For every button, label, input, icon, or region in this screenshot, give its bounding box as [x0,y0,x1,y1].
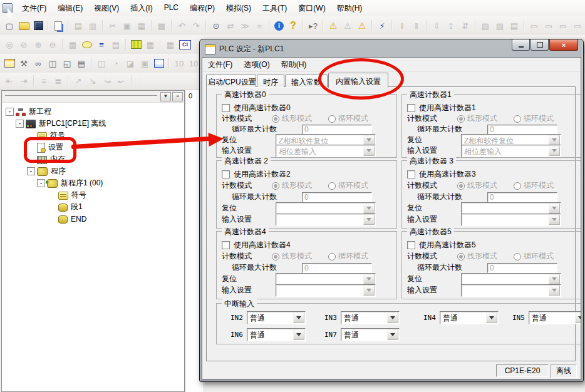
settings-tab[interactable]: 启动/CPU设置 [206,75,256,87]
find-next-icon[interactable]: ≫ [238,19,252,32]
tree-item[interactable]: - 新程序1 (00) [2,177,184,189]
tree-item[interactable]: - 新PLC1[CP1E] 离线 [2,118,184,130]
linear-mode-radio[interactable] [457,182,465,190]
input-setting-select[interactable]: 相位差输入 [461,145,561,157]
settings-tab[interactable]: 输入常数 [285,75,328,87]
max-count-input[interactable]: 0 [302,263,372,273]
memory-view-2-icon[interactable]: ▭ [542,19,556,32]
insert-above-icon[interactable]: ⇤ [3,75,16,87]
binary-view-icon[interactable] [152,57,166,70]
watch-window-icon[interactable]: ∞ [31,57,45,70]
page-check-icon[interactable] [51,19,65,32]
print-icon[interactable]: ▤ [71,19,85,32]
copy-icon[interactable]: ▣ [120,19,134,32]
sma-view-icon[interactable]: ▦ [163,38,177,51]
interrupt-input-select[interactable]: 普通 [247,311,306,324]
paste-rung-icon[interactable]: ▩ [155,19,168,32]
menu-item[interactable]: 视图(V) [88,1,125,16]
dropdown-arrow-icon[interactable] [363,286,375,296]
tree-expander[interactable]: - [27,167,35,175]
use-counter-checkbox[interactable] [222,170,230,178]
open-file-icon[interactable] [17,19,31,32]
dropdown-arrow-icon[interactable] [549,274,560,284]
tree-item[interactable]: 设置 [2,142,184,153]
interrupt-input-select[interactable]: 普通 [247,328,306,341]
insert-below-icon[interactable]: ⇥ [17,75,31,87]
tree-item[interactable]: 段1 [2,201,184,213]
dropdown-arrow-icon[interactable] [293,329,304,340]
menu-item[interactable]: 窗口(W) [292,1,331,16]
circular-mode-radio[interactable] [514,182,521,190]
replace-icon[interactable]: ⇄ [224,19,237,32]
properties-icon[interactable]: ▤ [75,57,88,70]
output-window-icon[interactable]: ◱ [60,57,74,70]
find-icon[interactable]: ⊙ [209,19,223,32]
tile-windows-icon[interactable]: ◫ [46,57,60,70]
use-counter-checkbox[interactable] [407,104,415,112]
input-setting-select[interactable] [276,214,376,226]
interrupt-input-select[interactable]: 普通 [341,311,400,324]
rung-comment-icon[interactable] [80,38,94,51]
paste-icon[interactable]: ▦ [135,19,148,32]
tree-expander[interactable]: - [37,179,45,187]
run-mode-icon[interactable]: ▧ [479,19,492,32]
menu-item[interactable]: 文件(F) [16,1,52,16]
max-count-input[interactable]: 0 [302,192,372,202]
linear-mode-radio[interactable] [457,253,465,260]
context-help-icon[interactable]: ▸? [306,19,320,32]
pause-icon[interactable]: ‖ [395,19,409,32]
program-mode-icon[interactable]: ▤ [507,19,521,32]
dropdown-arrow-icon[interactable] [549,135,560,145]
save-icon[interactable] [31,19,45,32]
help-icon[interactable]: ? [286,19,300,32]
reset-select[interactable] [276,273,376,286]
toolbox-icon[interactable]: ⚒ [17,57,31,70]
redo-icon[interactable]: ↷ [189,19,203,32]
menu-item[interactable]: 插入(I) [125,1,158,16]
settings-tab[interactable]: 内置输入设置 [328,73,388,88]
reverse-contact-icon[interactable]: ↜ [115,75,128,87]
compile-icon[interactable]: ⚠ [326,19,340,32]
circular-mode-radio[interactable] [514,253,521,260]
undo-icon[interactable]: ↶ [175,19,189,32]
use-counter-checkbox[interactable] [222,104,230,112]
tree-item[interactable]: - 新工程 [2,106,184,118]
monitor-grid-icon[interactable] [129,38,143,51]
zoom-out-icon[interactable]: ⊖ [46,38,60,51]
maximize-button[interactable] [531,39,549,51]
rung-wrap-icon[interactable]: ▤ [109,38,123,51]
print-preview-icon[interactable]: ▥ [86,19,100,32]
dialog-menu-item[interactable]: 帮助(H) [276,58,313,72]
info-icon[interactable]: i [274,21,284,31]
hex-view-icon[interactable]: 10 [187,57,200,70]
tree-item[interactable]: 内存 [2,153,184,165]
reset-select[interactable] [276,202,376,215]
circular-mode-radio[interactable] [328,253,336,260]
dialog-menu-item[interactable]: 文件(F) [202,58,238,72]
input-setting-select[interactable]: 相位差输入 [276,145,376,157]
linear-mode-radio[interactable] [457,115,465,123]
menu-item[interactable]: 编程(P) [184,1,220,16]
dropdown-arrow-icon[interactable] [293,312,304,323]
comment-list-icon[interactable]: ≡ [95,38,108,51]
zoom-icon[interactable]: ◎ [3,38,16,51]
tree-item[interactable]: - 程序 [2,165,184,177]
settings-window-icon[interactable]: ▣ [138,57,152,70]
input-setting-select[interactable] [461,214,561,226]
dropdown-arrow-icon[interactable] [549,204,560,214]
menu-item[interactable]: 帮助(H) [331,1,368,16]
program-tab-icon[interactable]: ◪ [123,57,137,70]
close-icon[interactable]: × [172,92,183,101]
align-compact-icon[interactable]: ≣ [51,75,65,87]
circular-mode-radio[interactable] [328,115,336,123]
interrupt-input-select[interactable]: 普通 [440,311,499,324]
new-window-icon[interactable] [3,57,16,70]
dropdown-arrow-icon[interactable] [575,312,581,323]
close-button[interactable]: × [549,39,578,51]
docking-grip[interactable] [5,95,157,98]
circular-mode-radio[interactable] [514,115,521,123]
interrupt-input-select[interactable]: 普通 [341,328,400,341]
use-counter-checkbox[interactable] [222,241,230,249]
interrupt-input-select[interactable]: 普通 [529,311,581,324]
input-setting-select[interactable] [276,284,376,297]
